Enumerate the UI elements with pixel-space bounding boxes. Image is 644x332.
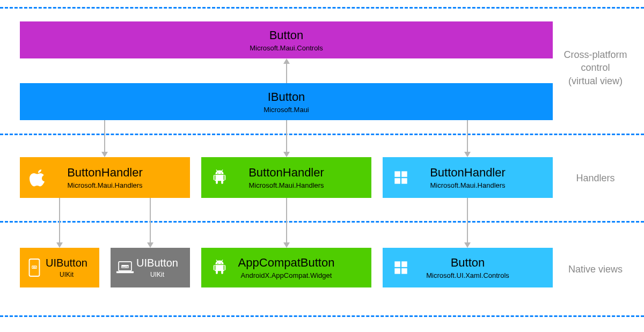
box-title: Button [451, 256, 485, 270]
svg-text:iOS: iOS [32, 266, 37, 269]
box-title: ButtonHandler [430, 166, 506, 180]
arrow-handler-apple-to-ios [56, 198, 63, 248]
arrow-handler-apple-to-macos [147, 198, 153, 248]
svg-rect-12 [401, 261, 407, 267]
box-native-ios: iOS UIButton UIKit [20, 248, 99, 287]
macos-device-icon: macOS [116, 259, 134, 277]
svg-marker-24 [56, 242, 63, 248]
box-native-macos: macOS UIButton UIKit [111, 248, 190, 287]
box-subtitle: Microsoft.Maui.Handlers [248, 181, 324, 189]
section-label-mid: Handlers [557, 172, 634, 185]
svg-rect-8 [116, 271, 134, 273]
box-subtitle: UIKit [60, 271, 74, 278]
section-divider [0, 315, 644, 317]
box-title: UIButton [46, 257, 87, 269]
svg-rect-13 [394, 268, 400, 274]
arrow-ibutton-to-handler-android [283, 120, 290, 157]
svg-rect-14 [401, 268, 407, 274]
arrow-handler-windows-to-native [464, 198, 471, 248]
svg-rect-1 [401, 171, 407, 177]
android-icon [209, 167, 230, 188]
box-handler-android: ButtonHandler Microsoft.Maui.Handlers [201, 157, 371, 198]
arrow-ibutton-to-handler-windows [464, 120, 471, 157]
section-label-bottom: Native views [557, 263, 634, 276]
svg-rect-3 [401, 178, 407, 184]
arrow-ibutton-to-button [283, 58, 290, 83]
ios-device-icon: iOS [25, 259, 43, 277]
box-handler-apple: ButtonHandler Microsoft.Maui.Handlers [20, 157, 190, 198]
arrow-handler-android-to-native [283, 198, 290, 248]
box-subtitle: Microsoft.Maui [264, 106, 309, 114]
svg-marker-18 [101, 152, 108, 157]
box-handler-windows: ButtonHandler Microsoft.Maui.Handlers [383, 157, 553, 198]
box-subtitle: Microsoft.UI.Xaml.Controls [426, 271, 509, 279]
svg-marker-28 [283, 242, 290, 248]
box-title: IButton [268, 90, 305, 104]
windows-icon [390, 257, 412, 278]
box-title: ButtonHandler [67, 166, 143, 180]
section-divider [0, 221, 644, 223]
svg-marker-26 [147, 242, 153, 248]
arrow-ibutton-to-handler-apple [101, 120, 108, 157]
windows-icon [390, 167, 412, 188]
box-native-windows: Button Microsoft.UI.Xaml.Controls [383, 248, 553, 287]
box-subtitle: AndroidX.AppCompat.Widget [241, 271, 332, 279]
box-title: UIButton [136, 257, 178, 269]
section-divider [0, 134, 644, 135]
svg-rect-2 [394, 178, 400, 184]
svg-marker-30 [464, 242, 471, 248]
box-subtitle: Microsoft.Maui.Controls [250, 44, 323, 52]
section-divider [0, 7, 644, 9]
svg-rect-11 [394, 261, 400, 267]
svg-marker-20 [283, 152, 290, 157]
box-subtitle: Microsoft.Maui.Handlers [67, 181, 142, 189]
svg-rect-0 [394, 171, 400, 177]
box-title: AppCompatButton [238, 256, 335, 270]
svg-marker-16 [283, 58, 290, 64]
box-native-android: AppCompatButton AndroidX.AppCompat.Widge… [201, 248, 371, 287]
box-button: Button Microsoft.Maui.Controls [20, 21, 553, 58]
box-subtitle: Microsoft.Maui.Handlers [430, 181, 505, 189]
android-icon [209, 257, 230, 278]
box-title: ButtonHandler [248, 166, 324, 180]
box-title: Button [269, 28, 304, 42]
svg-marker-22 [464, 152, 471, 157]
box-ibutton: IButton Microsoft.Maui [20, 83, 553, 120]
svg-text:macOS: macOS [122, 266, 129, 268]
section-label-top: Cross-platformcontrol(virtual view) [557, 48, 634, 87]
apple-icon [27, 167, 49, 188]
box-subtitle: UIKit [150, 271, 164, 278]
